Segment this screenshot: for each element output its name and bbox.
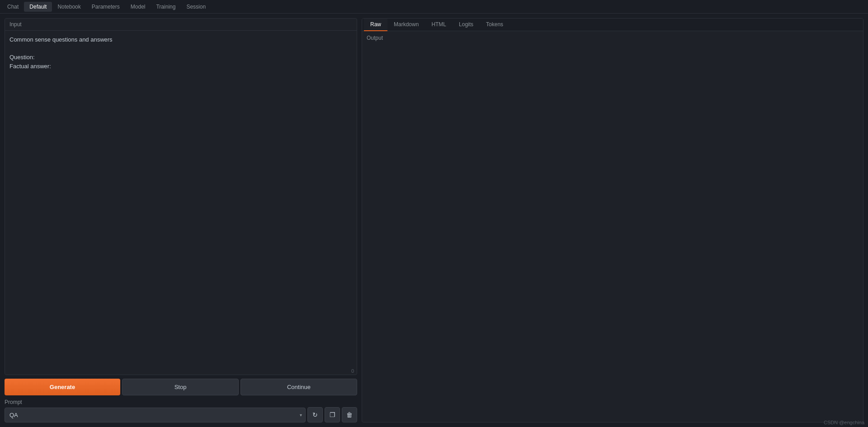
footer: CSDN @engchina [820, 418, 868, 427]
copy-prompt-button[interactable]: ❐ [325, 407, 340, 422]
prompt-select[interactable]: QADefaultCustom [5, 408, 306, 422]
output-content [362, 45, 863, 422]
nav-item-session[interactable]: Session [181, 2, 211, 12]
nav-item-default[interactable]: Default [24, 2, 52, 12]
nav-item-training[interactable]: Training [151, 2, 181, 12]
stop-button[interactable]: Stop [122, 379, 239, 395]
prompt-section: Prompt QADefaultCustom ▾ ↻ ❐ 🗑 [5, 399, 357, 422]
copy-icon: ❐ [330, 411, 335, 418]
top-navigation: ChatDefaultNotebookParametersModelTraini… [0, 0, 868, 14]
output-label: Output [362, 31, 863, 45]
footer-text: CSDN @engchina [824, 420, 864, 425]
left-panel: Input 0 Generate Stop Continue Prompt QA… [5, 18, 357, 422]
right-panel: RawMarkdownHTMLLogitsTokens Output [362, 18, 863, 422]
refresh-icon: ↻ [312, 411, 318, 418]
prompt-label: Prompt [5, 399, 357, 405]
generate-button[interactable]: Generate [5, 379, 120, 395]
input-container: Input 0 [5, 18, 357, 375]
output-tab-raw[interactable]: Raw [364, 19, 387, 31]
delete-prompt-button[interactable]: 🗑 [342, 407, 357, 422]
nav-item-model[interactable]: Model [125, 2, 151, 12]
refresh-prompt-button[interactable]: ↻ [307, 407, 323, 422]
prompt-select-wrapper: QADefaultCustom ▾ [5, 408, 306, 422]
input-textarea[interactable] [5, 31, 357, 367]
nav-item-notebook[interactable]: Notebook [52, 2, 86, 12]
input-counter: 0 [5, 367, 357, 375]
output-tab-markdown[interactable]: Markdown [387, 19, 425, 31]
main-content: Input 0 Generate Stop Continue Prompt QA… [0, 14, 868, 427]
trash-icon: 🗑 [346, 411, 353, 418]
buttons-row: Generate Stop Continue [5, 379, 357, 395]
continue-button[interactable]: Continue [241, 379, 357, 395]
prompt-row: QADefaultCustom ▾ ↻ ❐ 🗑 [5, 407, 357, 422]
nav-item-parameters[interactable]: Parameters [86, 2, 125, 12]
output-tab-tokens[interactable]: Tokens [480, 19, 509, 31]
output-tab-html[interactable]: HTML [425, 19, 453, 31]
output-tabs: RawMarkdownHTMLLogitsTokens [362, 19, 863, 31]
input-label: Input [5, 19, 357, 31]
nav-item-chat[interactable]: Chat [2, 2, 24, 12]
output-tab-logits[interactable]: Logits [453, 19, 480, 31]
